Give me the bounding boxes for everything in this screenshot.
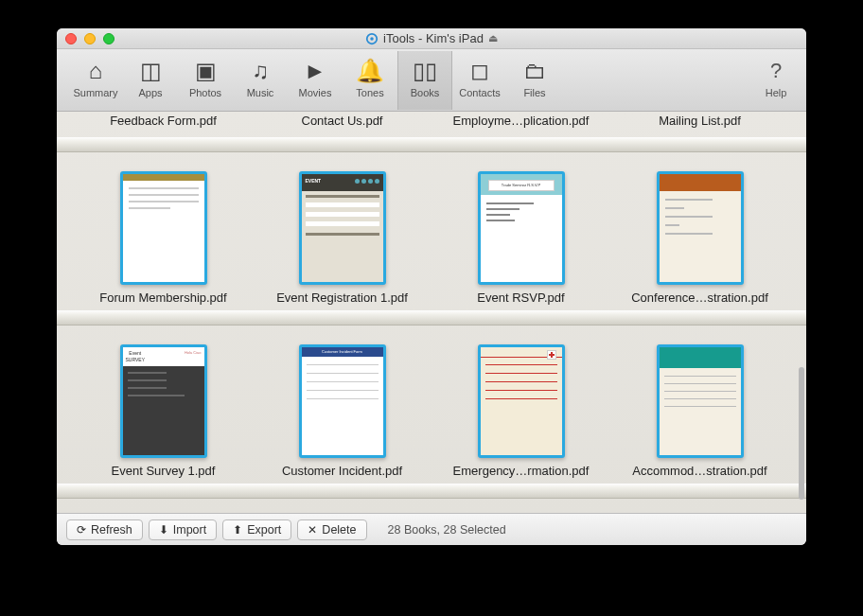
tab-tones[interactable]: 🔔Tones bbox=[343, 51, 397, 110]
eject-icon[interactable]: ⏏ bbox=[488, 32, 498, 44]
help-label: Help bbox=[757, 87, 795, 98]
traffic-lights bbox=[57, 33, 114, 44]
music-icon: ♫ bbox=[233, 57, 288, 85]
shelf-row-partial: Feedback Form.pdfContact Us.pdfEmployme…… bbox=[57, 112, 806, 137]
toolbar: ⌂Summary◫Apps▣Photos♫Music►Movies🔔Tones▯… bbox=[57, 49, 806, 112]
book-item[interactable]: EVENTEvent Registration 1.pdf bbox=[257, 171, 428, 310]
help-icon: ? bbox=[757, 57, 795, 85]
tab-photos[interactable]: ▣Photos bbox=[178, 51, 233, 110]
apps-icon: ◫ bbox=[123, 57, 178, 85]
book-item[interactable]: Conference…stration.pdf bbox=[615, 171, 785, 310]
book-label[interactable]: Employme…plication.pdf bbox=[436, 112, 607, 133]
shelf-row: Forum Membership.pdfEVENTEvent Registrat… bbox=[57, 171, 806, 310]
shelf-edge bbox=[57, 484, 806, 499]
delete-label: Delete bbox=[322, 523, 356, 537]
movies-label: Movies bbox=[288, 87, 343, 98]
book-thumbnail[interactable] bbox=[657, 171, 744, 285]
content-area: Feedback Form.pdfContact Us.pdfEmployme…… bbox=[57, 112, 806, 513]
help-button[interactable]: ?Help bbox=[757, 51, 795, 110]
refresh-label: Refresh bbox=[91, 523, 132, 537]
tab-summary[interactable]: ⌂Summary bbox=[68, 51, 123, 110]
movies-icon: ► bbox=[288, 57, 343, 85]
photos-icon: ▣ bbox=[178, 57, 233, 85]
tones-icon: 🔔 bbox=[343, 57, 397, 85]
book-thumbnail[interactable] bbox=[478, 344, 565, 458]
window-title: iTools - Kim's iPad ⏏ bbox=[57, 31, 806, 45]
tab-apps[interactable]: ◫Apps bbox=[123, 51, 178, 110]
zoom-window-button[interactable] bbox=[103, 33, 114, 44]
book-item[interactable]: EventSURVEYHola CiaoEvent Survey 1.pdf bbox=[79, 344, 249, 484]
book-label: Event RSVP.pdf bbox=[436, 289, 607, 310]
import-icon: ⬇ bbox=[159, 523, 168, 537]
export-button[interactable]: ⬆ Export bbox=[222, 519, 291, 540]
tab-contacts[interactable]: ◻Contacts bbox=[452, 51, 507, 110]
export-label: Export bbox=[247, 523, 281, 537]
book-item[interactable]: Accommod…stration.pdf bbox=[615, 344, 785, 484]
books-icon: ▯▯ bbox=[398, 57, 451, 85]
book-label[interactable]: Contact Us.pdf bbox=[257, 112, 428, 133]
book-label: Customer Incident.pdf bbox=[257, 462, 428, 484]
book-thumbnail[interactable]: EVENT bbox=[299, 171, 386, 285]
import-button[interactable]: ⬇ Import bbox=[149, 519, 217, 540]
tones-label: Tones bbox=[343, 87, 397, 98]
book-label: Conference…stration.pdf bbox=[615, 289, 785, 310]
book-item[interactable]: Trade Seminar R.S.V.PEvent RSVP.pdf bbox=[436, 171, 607, 310]
minimize-window-button[interactable] bbox=[84, 33, 96, 44]
delete-button[interactable]: ✕ Delete bbox=[297, 519, 366, 540]
tab-movies[interactable]: ►Movies bbox=[288, 51, 343, 110]
close-window-button[interactable] bbox=[65, 33, 77, 44]
app-window: iTools - Kim's iPad ⏏ ⌂Summary◫Apps▣Phot… bbox=[57, 28, 806, 545]
summary-label: Summary bbox=[68, 87, 123, 98]
book-thumbnail[interactable]: EventSURVEYHola Ciao bbox=[120, 344, 207, 458]
apps-label: Apps bbox=[123, 87, 178, 98]
book-thumbnail[interactable]: Trade Seminar R.S.V.P bbox=[478, 171, 565, 285]
tab-files[interactable]: 🗀Files bbox=[507, 51, 562, 110]
files-label: Files bbox=[507, 87, 562, 98]
titlebar: iTools - Kim's iPad ⏏ bbox=[57, 28, 806, 49]
book-label: Emergency…rmation.pdf bbox=[436, 462, 607, 484]
status-text: 28 Books, 28 Selected bbox=[388, 523, 506, 537]
contacts-icon: ◻ bbox=[452, 57, 507, 85]
book-thumbnail[interactable] bbox=[120, 171, 207, 285]
tab-music[interactable]: ♫Music bbox=[233, 51, 288, 110]
book-item[interactable]: Emergency…rmation.pdf bbox=[436, 344, 607, 484]
book-item[interactable]: Forum Membership.pdf bbox=[79, 171, 249, 310]
shelf-row: EventSURVEYHola CiaoEvent Survey 1.pdfCu… bbox=[57, 344, 806, 484]
tab-books[interactable]: ▯▯Books bbox=[397, 51, 452, 110]
contacts-label: Contacts bbox=[452, 87, 507, 98]
book-label[interactable]: Mailing List.pdf bbox=[615, 112, 785, 133]
bottom-toolbar: ⟳ Refresh ⬇ Import ⬆ Export ✕ Delete 28 … bbox=[57, 513, 806, 545]
vertical-scrollbar[interactable] bbox=[799, 367, 804, 500]
shelf-edge bbox=[57, 310, 806, 326]
window-title-text: iTools - Kim's iPad bbox=[383, 31, 484, 45]
books-label: Books bbox=[398, 87, 451, 98]
import-label: Import bbox=[173, 523, 206, 537]
summary-icon: ⌂ bbox=[68, 57, 123, 85]
svg-point-1 bbox=[370, 37, 374, 41]
svg-point-0 bbox=[367, 33, 378, 44]
book-label: Event Registration 1.pdf bbox=[257, 289, 428, 310]
export-icon: ⬆ bbox=[233, 523, 242, 537]
book-thumbnail[interactable]: Customer Incident Form bbox=[299, 344, 386, 458]
delete-icon: ✕ bbox=[308, 523, 317, 537]
files-icon: 🗀 bbox=[507, 57, 562, 85]
book-item[interactable]: Customer Incident FormCustomer Incident.… bbox=[257, 344, 428, 484]
book-label[interactable]: Feedback Form.pdf bbox=[79, 112, 249, 133]
shelf-edge bbox=[57, 137, 806, 152]
refresh-button[interactable]: ⟳ Refresh bbox=[66, 519, 143, 540]
photos-label: Photos bbox=[178, 87, 233, 98]
book-thumbnail[interactable] bbox=[657, 344, 744, 458]
book-label: Forum Membership.pdf bbox=[79, 289, 249, 310]
itools-icon bbox=[365, 32, 379, 45]
music-label: Music bbox=[233, 87, 288, 98]
book-label: Accommod…stration.pdf bbox=[615, 462, 785, 484]
refresh-icon: ⟳ bbox=[77, 523, 86, 537]
book-label: Event Survey 1.pdf bbox=[79, 462, 249, 484]
